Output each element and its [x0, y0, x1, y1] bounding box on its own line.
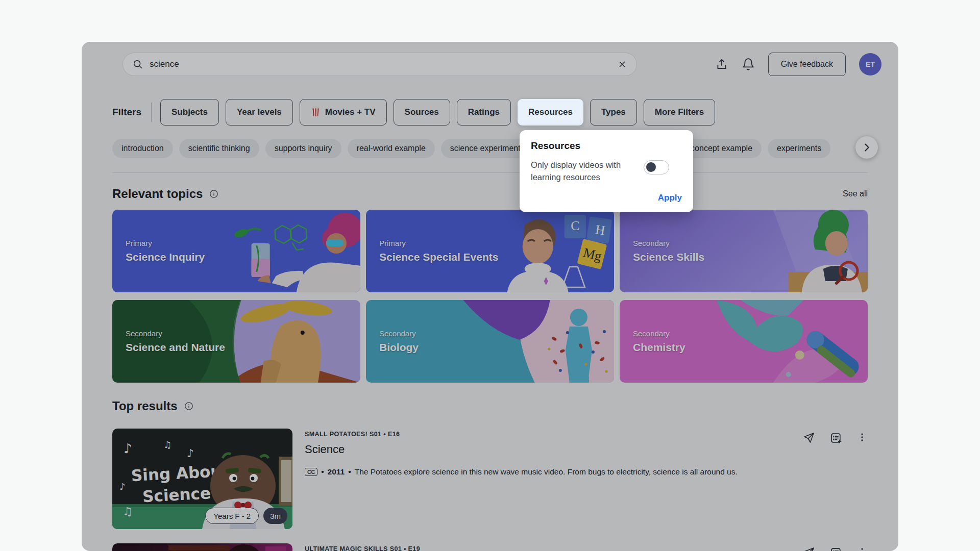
page: { "header": { "search": { "value": "scie…	[0, 0, 980, 551]
toggle-label: Only display videos with learning resour…	[531, 159, 635, 184]
resources-popup: Resources Only display videos with learn…	[520, 130, 693, 212]
app-panel: Give feedback ET Filters Subjects Year l…	[82, 42, 898, 551]
toggle-knob	[646, 162, 656, 172]
filter-resources-button[interactable]: Resources	[518, 99, 583, 126]
modal-backdrop[interactable]	[82, 42, 898, 551]
popup-body: Only display videos with learning resour…	[531, 159, 682, 184]
learning-resources-toggle[interactable]	[644, 160, 669, 174]
apply-button[interactable]: Apply	[531, 193, 682, 203]
popup-title: Resources	[531, 140, 682, 152]
